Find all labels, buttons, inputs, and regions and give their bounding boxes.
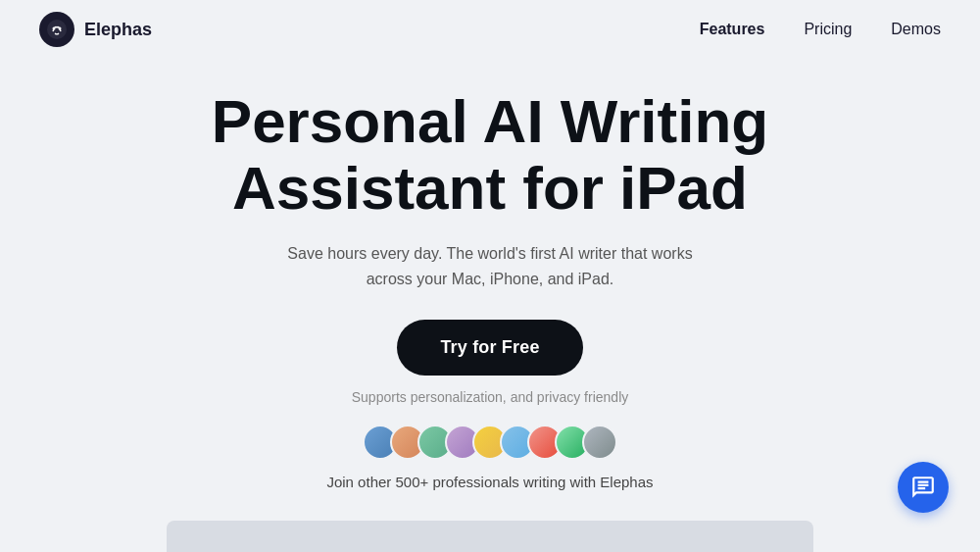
professionals-text: Join other 500+ professionals writing wi…	[326, 474, 653, 490]
cta-button[interactable]: Try for Free	[397, 320, 582, 376]
chat-icon	[910, 475, 936, 500]
nav-features[interactable]: Features	[700, 21, 765, 38]
navbar: Elephas Features Pricing Demos	[0, 0, 980, 59]
bottom-preview-bar	[167, 521, 813, 552]
hero-title: Personal AI Writing Assistant for iPad	[212, 88, 768, 222]
hero-title-ipad: iPad	[619, 155, 748, 222]
logo-text: Elephas	[84, 20, 152, 40]
avatars-row	[363, 425, 617, 460]
avatar	[582, 425, 617, 460]
nav-links: Features Pricing Demos	[700, 21, 941, 38]
hero-title-line2: Assistant for iPad	[212, 155, 768, 222]
hero-section: Personal AI Writing Assistant for iPad S…	[0, 59, 980, 510]
svg-point-1	[53, 27, 56, 30]
hero-title-line1: Personal AI Writing	[212, 88, 768, 155]
svg-point-2	[59, 27, 62, 30]
hero-subtitle: Save hours every day. The world's first …	[265, 241, 715, 291]
logo[interactable]: Elephas	[39, 12, 152, 47]
nav-demos[interactable]: Demos	[891, 21, 941, 38]
logo-icon	[39, 12, 74, 47]
privacy-note: Supports personalization, and privacy fr…	[352, 389, 629, 405]
chat-button[interactable]	[898, 462, 949, 513]
svg-point-0	[47, 20, 67, 39]
hero-title-assistant: Assistant for	[232, 155, 604, 222]
nav-pricing[interactable]: Pricing	[804, 21, 852, 38]
